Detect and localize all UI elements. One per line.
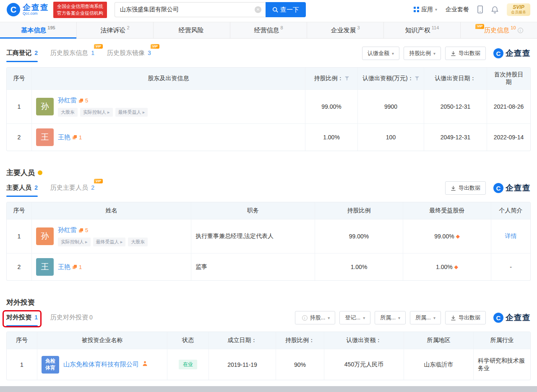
- subtab-business-registration[interactable]: 工商登记 2: [6, 45, 38, 62]
- shareholders-subtabs: 工商登记 2 历史股东信息 1 VIP 历史股东镜像 3 VIP 认缴金额 ▾ …: [6, 44, 531, 62]
- founded-cell: 2019-11-19: [209, 349, 276, 380]
- export-data-button[interactable]: 导出数据: [445, 47, 486, 60]
- registration-filter-dropdown[interactable]: 登记... ▾: [339, 311, 370, 324]
- tab-operating-risk[interactable]: 经营风险: [154, 22, 230, 38]
- avatar: 王: [36, 128, 54, 146]
- subtab-history-shareholder-mirror[interactable]: 历史股东镜像 3 VIP: [107, 45, 151, 62]
- profile-cell: 详情: [491, 220, 530, 253]
- qcc-watermark-icon: C: [493, 313, 503, 323]
- company-name-link[interactable]: 山东免检体育科技有限公司: [63, 361, 139, 368]
- profile-cell: -: [491, 253, 530, 280]
- investment-table: 序号 被投资企业名称 状态 成立日期： 持股比例： 认缴出资额： 所属地区 所属…: [6, 332, 531, 380]
- page-bottom-edge: [0, 386, 537, 392]
- svip-membership-badge[interactable]: SVIP 会员服务: [507, 3, 530, 16]
- related-companies-icon: [78, 228, 83, 233]
- shareholding-filter-dropdown[interactable]: i 持股... ▾: [295, 311, 336, 324]
- investment-section-title: 对外投资: [6, 298, 531, 307]
- person-cell: 孙 孙红雷 5 实际控制人 最终受益人 大股东: [32, 220, 191, 253]
- subtab-history-shareholder-info[interactable]: 历史股东信息 1 VIP: [50, 45, 94, 62]
- subtab-count: 3: [148, 50, 151, 56]
- search-button[interactable]: 查一下: [266, 2, 306, 17]
- search-input[interactable]: [115, 2, 266, 17]
- first-date-cell: 2021-08-26: [487, 90, 530, 123]
- tag-actual-controller[interactable]: 实际控制人: [58, 238, 91, 246]
- position-cell: 执行董事兼总经理,法定代表人: [191, 220, 315, 253]
- tag-actual-controller[interactable]: 实际控制人: [80, 108, 113, 117]
- seq-cell: 1: [7, 90, 32, 123]
- tab-history-info[interactable]: VIP 历史信息10 i: [461, 22, 537, 38]
- col-subscribed-amount[interactable]: 认缴出资额(万元)：: [358, 68, 424, 89]
- col-first-holding-date: 首次持股日期: [487, 68, 530, 89]
- enterprise-package-link[interactable]: 企业套餐: [446, 6, 469, 13]
- shareholding-ratio-dropdown[interactable]: 持股比例 ▾: [404, 47, 441, 60]
- chevron-down-icon: ▾: [435, 7, 437, 12]
- subtab-history-outbound-investment[interactable]: 历史对外投资0: [50, 309, 93, 327]
- tag-major-shareholder: 大股东: [128, 238, 148, 246]
- position-cell: 监事: [191, 253, 315, 280]
- chevron-down-icon: ▾: [363, 316, 365, 320]
- tag-ultimate-beneficiary[interactable]: 最终受益人: [115, 108, 148, 117]
- tab-operating-info[interactable]: 经营信息8: [230, 22, 307, 38]
- person-name-link[interactable]: 孙红雷: [58, 226, 77, 234]
- shareholder-name-link[interactable]: 孙红雷: [58, 97, 77, 105]
- col-status: 状态: [167, 332, 209, 349]
- personnel-subtabs: 主要人员 2 历史主要人员 2 VIP 导出数据 C 企查查: [6, 179, 531, 197]
- related-companies-icon: [72, 135, 77, 140]
- subtab-count: 1: [34, 314, 38, 321]
- subtab-outbound-investment[interactable]: 对外投资 1: [6, 309, 38, 327]
- profile-detail-link[interactable]: 详情: [505, 233, 517, 240]
- clear-search-icon[interactable]: ✕: [255, 6, 261, 13]
- tab-company-development[interactable]: 企业发展3: [307, 22, 384, 38]
- subtab-history-key-personnel[interactable]: 历史主要人员 2 VIP: [50, 180, 94, 197]
- related-companies-icon: [78, 98, 83, 103]
- qcc-watermark: C 企查查: [493, 312, 531, 323]
- subscribed-amount-dropdown[interactable]: 认缴金额 ▾: [362, 47, 399, 60]
- industry-cell: 科学研究和技术服务业: [474, 349, 530, 380]
- ratio-cell: 90%: [276, 349, 324, 380]
- sub-date-cell: 2049-12-31: [424, 124, 487, 151]
- subtab-count: 1: [91, 50, 94, 56]
- person-name-link[interactable]: 王艳: [58, 263, 70, 271]
- notifications-bell-icon[interactable]: [491, 6, 498, 13]
- tag-ultimate-beneficiary[interactable]: 最终受益人: [93, 238, 126, 246]
- region-cell: 山东临沂市: [404, 349, 474, 380]
- seq-cell: 2: [7, 253, 32, 280]
- export-data-button[interactable]: 导出数据: [445, 181, 486, 195]
- tab-intellectual-property[interactable]: 知识产权114: [384, 22, 461, 38]
- seq-cell: 1: [7, 220, 32, 253]
- company-avatar: 免检 体育: [42, 356, 59, 374]
- logo-title: 企查查: [23, 3, 49, 12]
- app-menu-label: 应用: [421, 6, 433, 13]
- seq-cell: 2: [7, 124, 32, 151]
- shareholder-name-link[interactable]: 王艳: [58, 133, 70, 141]
- col-subscribed-amount[interactable]: 认缴出资额：: [324, 332, 404, 349]
- subtab-key-personnel[interactable]: 主要人员 2: [6, 180, 38, 197]
- personnel-table-header: 序号 姓名 职务 持股比例 最终受益股份 个人简介: [7, 202, 530, 219]
- ratio-cell: 1.00%: [305, 124, 358, 151]
- ratio-cell: 99.00%: [315, 220, 403, 253]
- export-data-button[interactable]: 导出数据: [445, 311, 486, 324]
- industry-filter-dropdown[interactable]: 所属... ▾: [410, 311, 441, 324]
- benefit-cell: 1.00% ◆: [403, 253, 491, 280]
- col-ratio[interactable]: 持股比例：: [276, 332, 324, 349]
- download-icon: [451, 315, 456, 321]
- subtab-count: 2: [34, 184, 38, 191]
- status-badge: 在业: [179, 360, 197, 369]
- equity-person-icon[interactable]: [142, 361, 148, 366]
- region-filter-dropdown[interactable]: 所属... ▾: [375, 311, 406, 324]
- mobile-app-icon[interactable]: [477, 5, 483, 13]
- subtab-count: 0: [89, 314, 93, 321]
- tab-legal-litigation[interactable]: 法律诉讼2: [77, 22, 154, 38]
- enterprise-package-label: 企业套餐: [446, 6, 469, 13]
- tab-basic-info[interactable]: 基本信息195: [0, 22, 77, 38]
- col-region: 所属地区: [404, 332, 474, 349]
- content: 工商登记 2 历史股东信息 1 VIP 历史股东镜像 3 VIP 认缴金额 ▾ …: [0, 39, 537, 380]
- logo-domain: Qcc.com: [23, 12, 49, 16]
- vip-badge: VIP: [94, 179, 103, 184]
- col-founded-date[interactable]: 成立日期：: [209, 332, 276, 349]
- qcc-logo[interactable]: C 企查查 Qcc.com: [7, 3, 49, 16]
- col-ratio[interactable]: 持股比例：: [305, 68, 358, 89]
- related-companies-count: 1: [79, 264, 82, 270]
- app-menu[interactable]: 应用 ▾: [414, 6, 437, 13]
- col-seq: 序号: [7, 202, 32, 219]
